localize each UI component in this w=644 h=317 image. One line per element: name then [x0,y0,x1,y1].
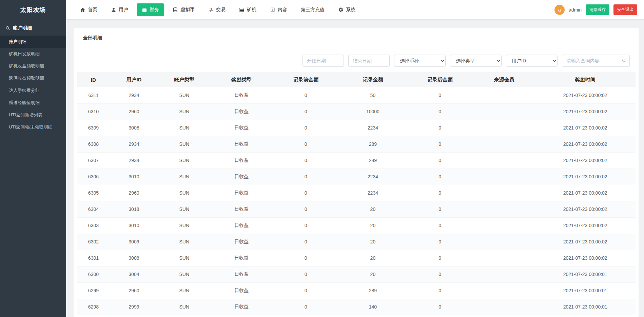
table-cell: 2021-07-23 00:00:02 [535,136,636,152]
admin-username: admin [569,7,582,13]
table-cell: SUN [158,87,211,103]
type-select[interactable]: 选择类型 [450,55,502,67]
table-cell: 0 [406,103,473,120]
sidebar-item-gift-exp[interactable]: 赠送经验值明细 [0,97,66,109]
table-cell: SUN [158,282,211,299]
nav-item-content[interactable]: 内容 [265,3,292,16]
table-cell: 日收益 [211,217,272,234]
search-box [562,55,630,67]
table-cell: 0 [272,217,339,234]
table-cell: 3008 [110,250,158,266]
finance-icon [142,7,147,13]
nav-item-label: 用户 [119,7,128,13]
search-icon [5,26,10,31]
end-date-input[interactable] [348,55,390,67]
nav-item-label: 内容 [278,7,287,13]
table-cell: 2021-07-23 00:00:02 [535,87,636,103]
table-cell: 日收益 [211,152,272,169]
table-row: 63003004SUN日收益02002021-07-23 00:00:01 [77,266,636,282]
table-cell: 日收益 [211,266,272,282]
table-cell: 2999 [110,299,158,315]
table-cell: 2021-07-23 00:00:02 [535,169,636,185]
coin-select[interactable]: 选择币种 [394,55,446,67]
table-cell: 2021-07-23 00:00:02 [535,217,636,234]
table-cell: 289 [339,152,407,169]
search-icon[interactable] [622,58,627,63]
nav-item-recharge[interactable]: 第三方充值 [296,3,330,16]
table-cell [473,201,535,217]
table-cell: 日收益 [211,136,272,152]
clear-cache-button[interactable]: 清除缓存 [586,4,609,15]
table-cell: 20 [339,266,407,282]
nav-item-user[interactable]: 用户 [106,3,133,16]
table-row: 63072934SUN日收益028902021-07-23 00:00:02 [77,152,636,169]
sidebar-item-account-detail[interactable]: 账户明细 [0,36,66,48]
table-cell [473,299,535,315]
table-cell: 0 [406,217,473,234]
table-row: 63013008SUN日收益02002021-07-23 00:00:02 [77,250,636,266]
nav-item-trade[interactable]: 交易 [203,3,231,16]
nav-item-system[interactable]: 系统 [333,3,360,16]
column-header: 记录金额 [339,72,407,87]
nav-item-finance[interactable]: 财务 [137,3,164,16]
table-cell: 2934 [110,87,158,103]
table-cell: 0 [406,120,473,136]
table-cell: 3008 [110,120,158,136]
table-cell: 2960 [110,282,158,299]
table-cell: SUN [158,234,211,250]
user-icon [111,7,116,13]
table-cell: 0 [406,136,473,152]
table-cell: 2021-07-23 00:00:02 [535,250,636,266]
table-cell: SUN [158,136,211,152]
nav-item-coin[interactable]: 虚拟币 [168,3,200,16]
filter-bar: 选择币种 选择类型 用户ID [74,47,639,72]
table-cell: 6302 [77,234,110,250]
table-cell: 6298 [77,299,110,315]
sidebar-item-rebate-income[interactable]: 返佣收益领取明细 [0,72,66,84]
tab-bar: 全部明细 [74,28,639,47]
table-cell: 6305 [77,185,110,201]
table-cell: 3004 [110,266,158,282]
sidebar-item-miner-daily[interactable]: 矿机日发放明细 [0,48,66,60]
tab-all-records[interactable]: 全部明细 [82,28,103,47]
table-cell [473,266,535,282]
table-cell [473,169,535,185]
sidebar-item-uti-claim[interactable]: UTI返佣领/未领取明细 [0,121,66,133]
table-cell: 2021-07-23 00:00:02 [535,234,636,250]
sidebar-item-expert-fee[interactable]: 达人手续费分红 [0,84,66,97]
user-id-select[interactable]: 用户ID [506,55,558,67]
column-header: 记录前金额 [272,72,339,87]
nav-item-home[interactable]: 首页 [75,3,102,16]
table-cell: 0 [406,266,473,282]
table-cell: 6311 [77,87,110,103]
nav-item-miner[interactable]: 矿机 [234,3,261,16]
table-cell: 日收益 [211,201,272,217]
app-title: 太阳农场 [0,0,66,19]
column-header: 奖励类型 [211,72,272,87]
start-date-input[interactable] [303,55,344,67]
table-cell: 日收益 [211,299,272,315]
table-cell: 289 [339,136,407,152]
avatar[interactable]: a [554,5,565,15]
sidebar-section-title: 账户明细 [13,25,32,31]
table-cell: 0 [272,299,339,315]
search-input[interactable] [562,55,630,67]
table-row: 63033010SUN日收益02002021-07-23 00:00:02 [77,217,636,234]
table-cell: 2960 [110,185,158,201]
column-header: 账户类型 [158,72,211,87]
sidebar-item-uti-new[interactable]: UTI返佣新增列表 [0,109,66,121]
table-cell [473,103,535,120]
logout-button[interactable]: 安全退出 [613,4,637,15]
content-card: 全部明细 选择币种 选择类型 用户ID [74,28,639,317]
table-cell: 20 [339,250,407,266]
sidebar-item-miner-income[interactable]: 矿机收益领取明细 [0,60,66,72]
table-cell: 0 [272,87,339,103]
table-row: 63082934SUN日收益028902021-07-23 00:00:02 [77,136,636,152]
table-cell: 2960 [110,103,158,120]
table-cell [473,217,535,234]
table-cell: SUN [158,266,211,282]
column-header: 记录后金额 [406,72,473,87]
table-cell: 2021-07-23 00:00:02 [535,152,636,169]
table-cell: 0 [406,201,473,217]
table-cell: 日收益 [211,250,272,266]
